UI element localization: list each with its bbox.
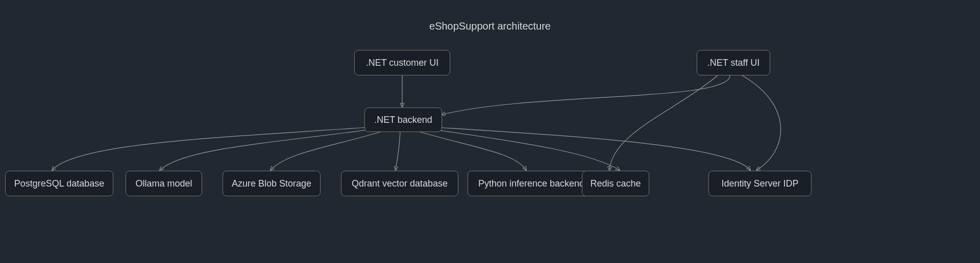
node-postgres: PostgreSQL database — [5, 171, 113, 196]
node-staff-ui: .NET staff UI — [697, 50, 770, 75]
node-qdrant: Qdrant vector database — [341, 171, 458, 196]
node-ollama: Ollama model — [126, 171, 202, 196]
diagram-title: eShopSupport architecture — [0, 20, 980, 32]
node-backend: .NET backend — [364, 108, 442, 132]
node-idp: Identity Server IDP — [708, 171, 812, 196]
node-redis: Redis cache — [582, 171, 649, 196]
node-blob: Azure Blob Storage — [223, 171, 321, 196]
diagram-edges — [0, 0, 980, 263]
node-python: Python inference backend — [468, 171, 595, 196]
architecture-diagram: eShopSupport architecture .NET customer — [0, 0, 980, 263]
node-customer-ui: .NET customer UI — [354, 50, 450, 75]
